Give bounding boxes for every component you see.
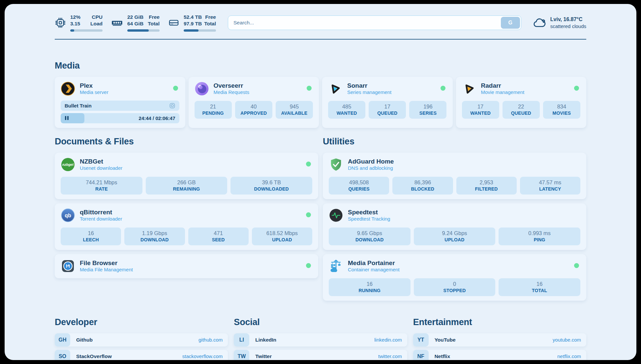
link-url: github.com [198, 337, 223, 343]
link-name: Github [76, 337, 93, 343]
portainer-icon [329, 259, 343, 273]
stat-value: 40 [251, 104, 257, 110]
link-row-github[interactable]: GH Github github.com [55, 333, 228, 347]
link-badge: SO [55, 350, 70, 360]
adguard-icon [329, 157, 343, 172]
stat-label: UPLOAD [444, 237, 464, 242]
app-name: Radarr [481, 82, 525, 90]
now-playing-bar: Bullet Train [61, 101, 179, 111]
search-input[interactable] [228, 15, 521, 30]
link-row-linkedin[interactable]: LI LinkedIn linkedin.com [234, 333, 407, 347]
total-label: Total [204, 20, 216, 27]
stat-value: 86,396 [414, 179, 431, 186]
link-row-netflix[interactable]: NF Netflix netflix.com [413, 350, 586, 360]
stat-label: PING [534, 237, 545, 242]
column-utilities: Utilities [323, 136, 586, 301]
app-subtitle: Speedtest Tracking [348, 216, 390, 222]
stat-tile-leech: 16 LEECH [61, 228, 121, 245]
stat-tile-upload: 9.24 Gbps UPLOAD [414, 228, 496, 245]
section-title-entertainment: Entertainment [413, 317, 586, 327]
card-adguard[interactable]: AdGuard Home DNS and adblocking 498,508 … [323, 153, 586, 199]
stat-label: UPLOAD [272, 237, 292, 242]
stat-tile-blocked: 86,396 BLOCKED [392, 177, 453, 195]
status-dot [173, 86, 178, 91]
stat-tile-wanted: 17 WANTED [462, 101, 499, 119]
cpu-values: 12% 3.15 [70, 14, 80, 27]
status-dot [306, 212, 311, 217]
playback-progressbar: 24:44 / 02:06:47 [61, 113, 179, 123]
pause-icon [65, 116, 69, 120]
link-row-stackoverflow[interactable]: SO StackOverflow stackoverflow.com [55, 350, 228, 360]
stat-tile-available: 945 AVAILABLE [276, 101, 313, 119]
memory-progressbar-fill [127, 29, 149, 32]
card-overseerr[interactable]: Overseerr Media Requests 21 PENDING 40 A… [189, 77, 319, 128]
app-subtitle: Torrent downloader [80, 216, 122, 222]
stat-tile-upload: 618.52 Mbps UPLOAD [252, 228, 312, 245]
stat-label: BLOCKED [411, 186, 435, 192]
free-label: Free [149, 14, 160, 20]
stat-tile-ping: 0.993 ms PING [499, 228, 580, 245]
stat-value: 16 [88, 230, 94, 236]
card-sonarr[interactable]: Sonarr Series management 485 WANTED 17 Q… [322, 77, 453, 128]
session-icon [169, 103, 175, 109]
link-group-social: Social LI LinkedIn linkedin.com TW Twitt… [234, 317, 407, 360]
stat-value: 39.6 TB [262, 179, 281, 186]
stat-value: 498,508 [349, 179, 369, 186]
app-subtitle: Series management [347, 89, 391, 96]
stat-label: RUNNING [358, 288, 381, 293]
weather-condition: scattered clouds [550, 23, 586, 30]
link-row-twitter[interactable]: TW Twitter twitter.com [234, 350, 407, 360]
stat-tile-queries: 498,508 QUERIES [329, 177, 389, 195]
total-label: Total [148, 20, 160, 27]
disk-free-value: 52.4 TB [184, 14, 202, 20]
stat-value: 618.52 Mbps [266, 230, 298, 236]
stat-label: DOWNLOAD [355, 237, 384, 242]
stat-label: FILTERED [475, 186, 498, 192]
stat-tile-remaining: 266 GB REMAINING [146, 177, 228, 195]
stat-value: 16 [536, 281, 542, 287]
cpu-load-value: 3.15 [70, 20, 80, 27]
app-subtitle: Media server [80, 89, 108, 96]
link-name: StackOverflow [76, 353, 112, 359]
qbittorrent-icon: qb [61, 208, 75, 223]
stat-value: 17 [477, 104, 483, 110]
stat-tile-stopped: 0 STOPPED [414, 278, 496, 296]
disk-labels: Free Total [204, 14, 216, 27]
link-group-entertainment: Entertainment YT YouTube youtube.com NF … [413, 317, 586, 360]
stat-value: 9.24 Gbps [442, 230, 467, 236]
app-name: File Browser [80, 259, 133, 267]
stat-value: 22 [518, 104, 524, 110]
app-subtitle: Media File Management [80, 267, 133, 273]
app-name: Sonarr [347, 82, 391, 90]
stat-value: 1.19 Gbps [142, 230, 167, 236]
card-plex[interactable]: Plex Media server Bullet Train [55, 77, 185, 128]
stat-tile-queued: 17 QUEUED [369, 101, 406, 119]
section-title-documents: Documents & Files [55, 136, 318, 147]
search-bar: G [228, 15, 521, 30]
filebrowser-icon [61, 259, 75, 273]
load-label: Load [90, 20, 103, 27]
stat-value: 2,953 [479, 179, 493, 186]
link-row-youtube[interactable]: YT YouTube youtube.com [413, 333, 586, 347]
card-radarr[interactable]: Radarr Movie management 17 WANTED 22 QUE… [456, 77, 587, 128]
card-filebrowser[interactable]: File Browser Media File Management [55, 254, 318, 278]
stat-value: 9.65 Gbps [357, 230, 382, 236]
now-playing-title: Bullet Train [65, 103, 92, 108]
card-nzbget[interactable]: nzbget NZBGet Usenet downloader 744.21 M… [55, 153, 318, 199]
stat-tile-queued: 22 QUEUED [503, 101, 540, 119]
memory-progressbar [127, 29, 160, 32]
app-name: Media Portainer [348, 259, 400, 267]
card-portainer[interactable]: Media Portainer Container management 16 … [323, 254, 586, 301]
app-name: Overseerr [214, 82, 249, 90]
weather-location-temp: Lviv, 16.87°C [550, 16, 586, 23]
stat-value: 47.57 ms [539, 179, 561, 186]
stat-value: 485 [342, 104, 351, 110]
stat-label: WANTED [337, 110, 357, 116]
memory-stat-widget: 22 GiB 64 GiB Free Total [111, 14, 160, 32]
card-speedtest[interactable]: Speedtest Speedtest Tracking 9.65 Gbps D… [323, 203, 586, 250]
search-provider-button[interactable]: G [501, 17, 520, 29]
stat-label: LATENCY [539, 186, 561, 192]
stat-tile-download: 1.19 Gbps DOWNLOAD [124, 228, 185, 245]
card-qbittorrent[interactable]: qb qBittorrent Torrent downloader 16 [55, 203, 318, 250]
link-name: LinkedIn [255, 337, 276, 343]
